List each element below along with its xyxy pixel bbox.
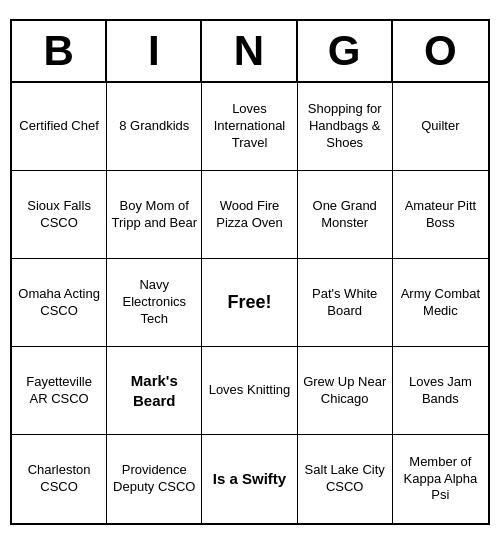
bingo-cell-11: Navy Electronics Tech xyxy=(107,259,202,347)
bingo-cell-3: Shopping for Handbags & Shoes xyxy=(298,83,393,171)
bingo-letter-o: O xyxy=(393,21,488,81)
bingo-cell-16: Mark's Beard xyxy=(107,347,202,435)
bingo-grid: Certified Chef8 GrandkidsLoves Internati… xyxy=(12,83,488,523)
bingo-cell-7: Wood Fire Pizza Oven xyxy=(202,171,297,259)
bingo-header: BINGO xyxy=(12,21,488,83)
bingo-cell-18: Grew Up Near Chicago xyxy=(298,347,393,435)
bingo-cell-8: One Grand Monster xyxy=(298,171,393,259)
bingo-letter-b: B xyxy=(12,21,107,81)
bingo-cell-15: Fayetteville AR CSCO xyxy=(12,347,107,435)
bingo-cell-2: Loves International Travel xyxy=(202,83,297,171)
bingo-cell-22: Is a Swifty xyxy=(202,435,297,523)
bingo-cell-0: Certified Chef xyxy=(12,83,107,171)
bingo-cell-14: Army Combat Medic xyxy=(393,259,488,347)
bingo-letter-n: N xyxy=(202,21,297,81)
bingo-cell-6: Boy Mom of Tripp and Bear xyxy=(107,171,202,259)
bingo-cell-17: Loves Knitting xyxy=(202,347,297,435)
bingo-cell-23: Salt Lake City CSCO xyxy=(298,435,393,523)
bingo-cell-21: Providence Deputy CSCO xyxy=(107,435,202,523)
bingo-cell-13: Pat's White Board xyxy=(298,259,393,347)
bingo-cell-19: Loves Jam Bands xyxy=(393,347,488,435)
bingo-card: BINGO Certified Chef8 GrandkidsLoves Int… xyxy=(10,19,490,525)
bingo-cell-10: Omaha Acting CSCO xyxy=(12,259,107,347)
bingo-cell-9: Amateur Pitt Boss xyxy=(393,171,488,259)
bingo-cell-20: Charleston CSCO xyxy=(12,435,107,523)
bingo-letter-g: G xyxy=(298,21,393,81)
bingo-cell-12: Free! xyxy=(202,259,297,347)
bingo-cell-4: Quilter xyxy=(393,83,488,171)
bingo-cell-1: 8 Grandkids xyxy=(107,83,202,171)
bingo-cell-5: Sioux Falls CSCO xyxy=(12,171,107,259)
bingo-cell-24: Member of Kappa Alpha Psi xyxy=(393,435,488,523)
bingo-letter-i: I xyxy=(107,21,202,81)
